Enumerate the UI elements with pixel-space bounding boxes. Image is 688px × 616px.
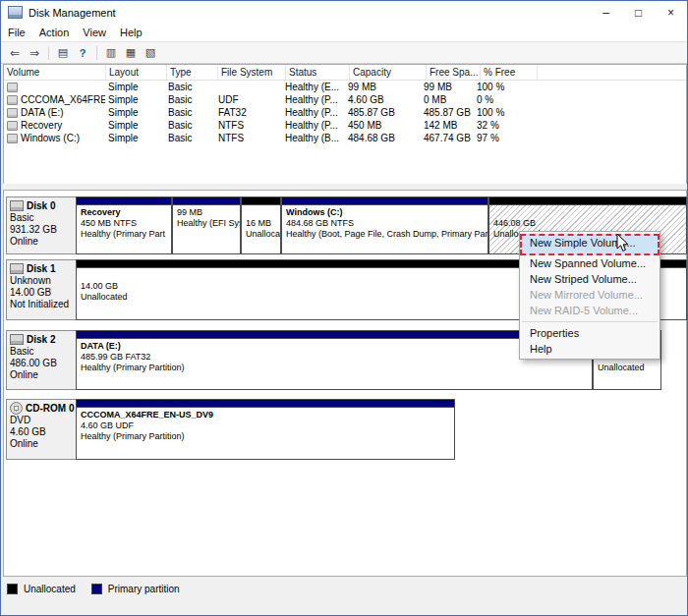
volume-row[interactable]: Recovery Simple Basic NTFS Healthy (P...… bbox=[4, 119, 686, 132]
menu-item-properties[interactable]: Properties bbox=[520, 325, 659, 341]
minimize-button[interactable]: – bbox=[590, 1, 622, 24]
column-header-capacity[interactable]: Capacity bbox=[350, 65, 427, 80]
back-icon[interactable]: ⇐ bbox=[6, 44, 24, 61]
partition-label: 485.99 GB FAT32 bbox=[81, 352, 592, 363]
cell-status: Healthy (P... bbox=[282, 93, 345, 106]
disk-status: Online bbox=[10, 369, 78, 381]
cell-free-space: 142 MB bbox=[421, 119, 474, 132]
partition-recovery[interactable]: Recovery 450 MB NTFS Healthy (Primary Pa… bbox=[76, 196, 172, 254]
volume-table-header: Volume Layout Type File System Status Ca… bbox=[4, 65, 686, 81]
partition-cccoma-dvd[interactable]: CCCOMA_X64FRE_EN-US_DV9 4.60 GB UDF Heal… bbox=[76, 399, 455, 460]
legend: Unallocated Primary partition bbox=[7, 584, 180, 594]
window-controls: – □ × bbox=[590, 1, 687, 24]
refresh-icon[interactable]: ▧ bbox=[142, 44, 159, 61]
column-header-filler bbox=[538, 65, 686, 80]
column-header-pct-free[interactable]: % Free bbox=[481, 65, 538, 80]
disk-size: 14.00 GB bbox=[10, 287, 78, 299]
menu-view[interactable]: View bbox=[76, 24, 113, 41]
partition-color-bar bbox=[242, 197, 280, 205]
disk-list-icon[interactable]: ▦ bbox=[122, 44, 140, 61]
disk-size: 4.60 GB bbox=[10, 426, 78, 438]
cell-file-system: NTFS bbox=[215, 132, 282, 144]
console-window-icon[interactable]: ▤ bbox=[54, 44, 72, 61]
cell-capacity: 4.60 GB bbox=[345, 93, 421, 106]
partition-unallocated-16mb[interactable]: 16 MB Unalloca bbox=[241, 196, 281, 254]
column-header-volume[interactable]: Volume bbox=[4, 65, 106, 80]
disk-name: Disk 2 bbox=[27, 333, 55, 346]
cell-file-system: FAT32 bbox=[215, 106, 282, 119]
disk-name: CD-ROM 0 bbox=[26, 402, 74, 415]
volume-row[interactable]: Simple Basic Healthy (E... 99 MB 99 MB 1… bbox=[4, 81, 686, 93]
disk-name: Disk 0 bbox=[27, 199, 55, 212]
disk-icon bbox=[10, 334, 24, 345]
maximize-button[interactable]: □ bbox=[622, 1, 655, 24]
volume-icon bbox=[7, 83, 18, 92]
volume-row[interactable]: DATA (E:) Simple Basic FAT32 Healthy (P.… bbox=[4, 106, 686, 119]
column-header-layout[interactable]: Layout bbox=[106, 65, 167, 80]
partition-efi-system[interactable]: 99 MB Healthy (EFI Sys bbox=[172, 196, 241, 254]
cell-capacity: 99 MB bbox=[345, 81, 421, 93]
cell-pct-free: 100 % bbox=[474, 81, 530, 93]
disk-size: 931.32 GB bbox=[10, 224, 78, 236]
disk-type: Basic bbox=[10, 346, 78, 358]
volume-icon bbox=[7, 108, 18, 118]
disk-name: Disk 1 bbox=[27, 262, 55, 275]
partition-data-e[interactable]: DATA (E:) 485.99 GB FAT32 Healthy (Prima… bbox=[76, 330, 593, 390]
disk-status: Not Initialized bbox=[10, 299, 78, 310]
forward-icon[interactable]: ⇒ bbox=[26, 44, 43, 61]
partition-label: Healthy (EFI Sys bbox=[177, 218, 240, 229]
cell-volume: DATA (E:) bbox=[21, 107, 64, 118]
menu-item-help[interactable]: Help bbox=[520, 341, 659, 357]
disk1-header[interactable]: Disk 1 Unknown 14.00 GB Not Initialized bbox=[6, 259, 82, 320]
disk0-header[interactable]: Disk 0 Basic 931.32 GB Online bbox=[6, 196, 82, 254]
menu-action[interactable]: Action bbox=[32, 24, 77, 41]
cdrom-row: CD-ROM 0 DVD 4.60 GB Online CCCOMA_X64FR… bbox=[4, 399, 686, 460]
properties-icon[interactable]: ▥ bbox=[102, 44, 120, 61]
cell-status: Healthy (E... bbox=[282, 81, 345, 93]
help-icon[interactable]: ? bbox=[74, 44, 91, 61]
menu-file[interactable]: File bbox=[1, 24, 32, 41]
legend-label-unallocated: Unallocated bbox=[24, 584, 76, 594]
cell-status: Healthy (P... bbox=[282, 119, 345, 132]
partition-color-bar bbox=[77, 331, 592, 339]
column-header-file-system[interactable]: File System bbox=[218, 65, 286, 80]
volume-icon bbox=[7, 121, 18, 131]
menu-separator bbox=[522, 321, 658, 322]
volume-row[interactable]: Windows (C:) Simple Basic NTFS Healthy (… bbox=[4, 132, 686, 144]
disk2-header[interactable]: Disk 2 Basic 486.00 GB Online bbox=[6, 330, 82, 390]
cell-pct-free: 100 % bbox=[474, 106, 530, 119]
menu-item-new-striped-volume[interactable]: New Striped Volume... bbox=[520, 271, 659, 287]
cell-layout: Simple bbox=[105, 93, 165, 106]
cell-volume: Recovery bbox=[21, 120, 62, 131]
cell-layout: Simple bbox=[105, 132, 165, 144]
toolbar-separator bbox=[48, 46, 49, 60]
column-header-type[interactable]: Type bbox=[167, 65, 218, 80]
partition-label: Windows (C:) bbox=[286, 207, 487, 218]
cdrom0-header[interactable]: CD-ROM 0 DVD 4.60 GB Online bbox=[6, 399, 82, 460]
volume-icon bbox=[7, 134, 18, 143]
menu-help[interactable]: Help bbox=[113, 24, 149, 41]
disk-management-app-icon bbox=[8, 6, 23, 19]
column-header-status[interactable]: Status bbox=[286, 65, 350, 80]
cell-pct-free: 97 % bbox=[474, 132, 530, 144]
volume-row[interactable]: CCCOMA_X64FRE... Simple Basic UDF Health… bbox=[4, 93, 686, 106]
menu-bar: File Action View Help bbox=[1, 24, 687, 41]
mouse-cursor-icon bbox=[616, 233, 629, 252]
context-menu: New Simple Volume... New Spanned Volume.… bbox=[519, 231, 660, 360]
partition-label: Healthy (Primary Partition) bbox=[81, 431, 454, 442]
menu-item-new-spanned-volume[interactable]: New Spanned Volume... bbox=[520, 255, 659, 271]
cell-type: Basic bbox=[165, 132, 215, 144]
partition-windows-c[interactable]: Windows (C:) 484.68 GB NTFS Healthy (Boo… bbox=[281, 196, 488, 254]
cell-file-system bbox=[215, 86, 282, 88]
column-header-free-space[interactable]: Free Spa... bbox=[427, 65, 481, 80]
close-button[interactable]: × bbox=[655, 1, 687, 24]
cell-pct-free: 32 % bbox=[474, 119, 530, 132]
partition-label: DATA (E:) bbox=[81, 341, 592, 352]
menu-item-new-raid5-volume: New RAID-5 Volume... bbox=[520, 303, 659, 318]
cell-status: Healthy (B... bbox=[282, 132, 345, 144]
volume-icon bbox=[7, 95, 18, 105]
menu-item-new-simple-volume[interactable]: New Simple Volume... bbox=[520, 234, 659, 255]
partition-label: Healthy (Boot, Page File, Crash Dump, Pr… bbox=[286, 229, 487, 240]
cell-free-space: 485.87 GB bbox=[421, 106, 474, 119]
partition-label: Recovery bbox=[81, 207, 171, 218]
